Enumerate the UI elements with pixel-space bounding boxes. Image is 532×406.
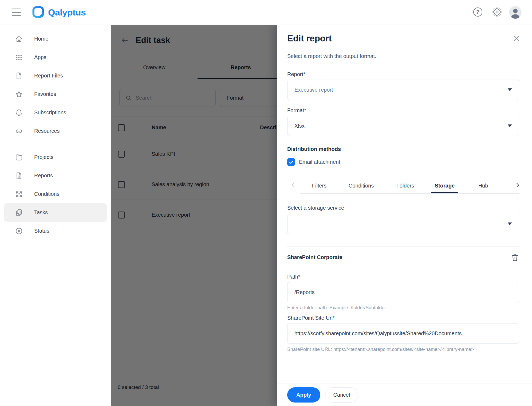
tab-filters[interactable]: Filters [312,178,326,194]
trash-icon[interactable] [511,253,519,261]
brand-name: Qalyptus [48,7,86,18]
sidebar-item-reports[interactable]: Reports [4,166,107,185]
sidebar-item-label: Favorites [34,91,56,97]
caret-down-icon [508,124,512,127]
sidebar: Home Apps Report Files Favorites Subscri… [0,25,111,406]
expand-arrows-icon [15,190,23,198]
close-icon[interactable] [513,34,520,42]
top-navbar: Qalyptus ? [0,0,532,25]
cancel-button[interactable]: Cancel [325,387,358,403]
link-icon [15,127,23,135]
site-url-input[interactable] [287,323,519,343]
sidebar-item-subscriptions[interactable]: Subscriptions [4,103,107,122]
sidebar-item-status[interactable]: Status [4,222,107,240]
storage-card-title: SharePoint Corporate [287,254,342,260]
home-icon [15,35,23,43]
sidebar-item-projects[interactable]: Projects [4,148,107,166]
sidebar-item-label: Tasks [34,209,48,216]
divider [287,246,519,247]
user-avatar[interactable] [509,6,522,19]
format-select-value: Xlsx [294,123,305,129]
sidebar-item-report-files[interactable]: Report Files [4,67,107,85]
checked-checkbox[interactable] [287,158,295,166]
sidebar-divider [0,144,111,144]
help-icon[interactable]: ? [473,7,482,17]
apps-grid-icon [15,53,23,61]
email-attachment-label: Email attachment [299,159,340,165]
sidebar-item-apps[interactable]: Apps [4,48,107,67]
bell-icon [15,109,23,117]
sidebar-item-label: Report Files [34,73,63,79]
sidebar-item-label: Subscriptions [34,110,66,116]
clipboard-check-icon [15,209,23,217]
path-hint: Enter a folder path. Example: /folder/Su… [287,305,519,311]
report-select[interactable]: Executive report [287,80,519,100]
sidebar-item-label: Reports [34,173,53,179]
distribution-methods-heading: Distribution methods [287,146,519,152]
caret-down-icon [508,88,512,91]
drawer-subtitle: Select a report with the output format. [287,53,519,59]
report-file-icon [15,172,23,180]
format-label: Format* [287,107,519,114]
tab-folders[interactable]: Folders [396,178,414,194]
file-icon [15,72,23,80]
qalyptus-logo-icon [32,6,45,19]
storage-service-label: Select a storage service [287,205,519,211]
hamburger-menu-icon[interactable] [12,9,21,16]
drawer-tabstrip: Filters Conditions Folders Storage Hub [287,178,519,194]
sidebar-item-conditions[interactable]: Conditions [4,185,107,203]
site-url-hint: SharePoint site URL: https://<tenant>.sh… [287,347,519,352]
divider [277,66,532,66]
play-circle-icon [15,227,23,235]
sidebar-item-label: Projects [34,154,53,160]
sidebar-item-resources[interactable]: Resources [4,122,107,140]
drawer-title: Edit report [287,33,519,44]
drawer-footer: Apply Cancel [277,384,532,406]
apply-button[interactable]: Apply [287,387,320,403]
path-input[interactable] [287,282,519,302]
sidebar-item-label: Conditions [34,191,60,197]
chevron-right-icon[interactable] [514,181,521,189]
site-url-label: SharePoint Site Url* [287,315,519,321]
chevron-left-icon[interactable] [289,181,297,189]
star-icon [15,90,23,98]
sidebar-item-home[interactable]: Home [4,30,107,48]
sidebar-item-label: Status [34,228,49,234]
format-select[interactable]: Xlsx [287,116,519,136]
sidebar-item-label: Home [34,36,48,42]
tabstrip-baseline [300,193,519,194]
tab-hub[interactable]: Hub [478,178,488,194]
tab-conditions[interactable]: Conditions [349,178,374,194]
storage-service-select[interactable] [287,214,519,234]
email-attachment-option[interactable]: Email attachment [287,158,519,166]
sidebar-item-tasks[interactable]: Tasks [4,203,107,222]
settings-gear-icon[interactable] [492,7,502,17]
path-label: Path* [287,274,519,280]
caret-down-icon [508,222,512,225]
tab-storage[interactable]: Storage [435,178,455,194]
folder-icon [15,153,23,161]
sidebar-item-label: Apps [34,54,46,60]
storage-card-header: SharePoint Corporate [287,253,519,261]
brand-logo[interactable]: Qalyptus [32,6,86,19]
sidebar-item-label: Resources [34,128,60,134]
report-label: Report* [287,71,519,77]
sidebar-item-favorites[interactable]: Favorites [4,85,107,103]
edit-report-drawer: Edit report Select a report with the out… [277,25,532,406]
report-select-value: Executive report [294,87,333,93]
